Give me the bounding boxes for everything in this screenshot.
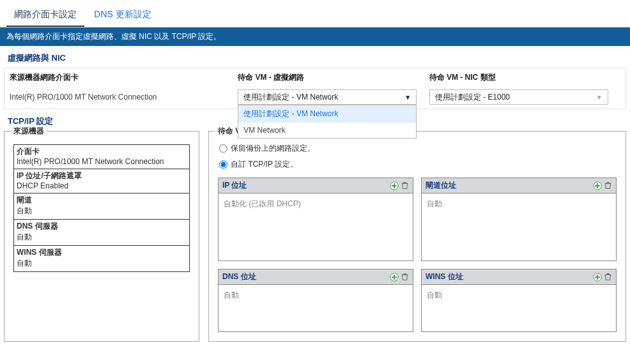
info-row-dns: DNS 伺服器 自動 bbox=[14, 220, 189, 246]
legend-source: 來源機器 bbox=[11, 126, 47, 137]
tab-dns-update[interactable]: DNS 更新設定 bbox=[86, 5, 158, 26]
add-icon[interactable] bbox=[390, 181, 399, 190]
box-title-ip: IP 位址 bbox=[222, 180, 247, 191]
box-title-wins: WINS 位址 bbox=[426, 271, 463, 282]
fieldset-standby-vm: 待命 VM 保留備份上的網路設定。 自訂 TCP/IP 設定。 IP 位址 自動… bbox=[208, 131, 626, 342]
tabs-bar: 網路介面卡設定 DNS 更新設定 bbox=[0, 0, 630, 27]
dropdown-selected-vnet: 使用計劃設定 - VM Network bbox=[243, 92, 338, 103]
cell-standby-nic-type: 使用計劃設定 - E1000 ▼ bbox=[429, 89, 620, 105]
radio-keep-backup-row: 保留備份上的網路設定。 bbox=[218, 140, 617, 156]
value-dns: 自動 bbox=[17, 232, 187, 243]
chevron-down-icon: ▼ bbox=[596, 94, 603, 101]
trash-icon[interactable] bbox=[401, 181, 409, 190]
cell-standby-vnet: 使用計劃設定 - VM Network ▼ 使用計劃設定 - VM Networ… bbox=[238, 89, 429, 105]
info-banner: 為每個網路介面卡指定虛擬網路、虛擬 NIC 以及 TCP/IP 設定。 bbox=[0, 27, 630, 46]
dropdown-input-vnet[interactable]: 使用計劃設定 - VM Network ▼ bbox=[238, 89, 417, 105]
svg-rect-11 bbox=[595, 277, 600, 278]
value-gateway: 自動 bbox=[17, 206, 187, 216]
box-title-gateway: 閘道位址 bbox=[426, 180, 456, 191]
label-gateway: 閘道 bbox=[17, 195, 187, 206]
dropdown-option[interactable]: 使用計劃設定 - VM Network bbox=[238, 105, 416, 123]
dropdown-option[interactable]: VM Network bbox=[238, 123, 416, 138]
dropdown-standby-vnet[interactable]: 使用計劃設定 - VM Network ▼ 使用計劃設定 - VM Networ… bbox=[238, 89, 417, 105]
label-ip: IP 位址/子網路遮罩 bbox=[17, 171, 187, 181]
label-nic: 介面卡 bbox=[17, 146, 187, 157]
box-wins: WINS 位址 自動 bbox=[421, 269, 617, 332]
vnet-table: 來源機器網路介面卡 待命 VM - 虛擬網路 待命 VM - NIC 類型 In… bbox=[4, 68, 626, 109]
box-ip-address: IP 位址 自動化 (已啟用 DHCP) bbox=[218, 178, 413, 261]
svg-rect-8 bbox=[392, 277, 397, 278]
box-gateway: 閘道位址 自動 bbox=[421, 178, 617, 261]
box-dns: DNS 位址 自動 bbox=[218, 269, 413, 332]
header-standby-vnet: 待命 VM - 虛擬網路 bbox=[238, 72, 429, 83]
radio-custom-tcpip-label: 自訂 TCP/IP 設定。 bbox=[231, 159, 298, 170]
tab-nic-settings[interactable]: 網路介面卡設定 bbox=[6, 5, 84, 27]
tcpip-container: 來源機器 介面卡 Intel(R) PRO/1000 MT Network Co… bbox=[0, 131, 630, 342]
add-icon[interactable] bbox=[593, 273, 602, 282]
info-row-ip: IP 位址/子網路遮罩 DHCP Enabled bbox=[14, 169, 189, 193]
box-body-ip: 自動化 (已啟用 DHCP) bbox=[219, 193, 413, 261]
add-icon[interactable] bbox=[593, 181, 602, 190]
box-body-wins: 自動 bbox=[422, 285, 616, 331]
info-row-gateway: 閘道 自動 bbox=[14, 193, 189, 220]
cell-source-nic: Intel(R) PRO/1000 MT Network Connection bbox=[10, 93, 238, 102]
vnet-header-row: 來源機器網路介面卡 待命 VM - 虛擬網路 待命 VM - NIC 類型 bbox=[4, 68, 626, 86]
header-source-nic: 來源機器網路介面卡 bbox=[10, 72, 238, 83]
svg-rect-2 bbox=[392, 185, 397, 186]
svg-rect-5 bbox=[595, 185, 600, 186]
value-ip: DHCP Enabled bbox=[17, 181, 187, 190]
source-info-table: 介面卡 Intel(R) PRO/1000 MT Network Connect… bbox=[13, 144, 190, 272]
dropdown-standby-nic-type[interactable]: 使用計劃設定 - E1000 ▼ bbox=[429, 89, 608, 105]
dropdown-selected-nic-type: 使用計劃設定 - E1000 bbox=[435, 92, 510, 103]
chevron-down-icon: ▼ bbox=[404, 94, 411, 101]
vnet-data-row: Intel(R) PRO/1000 MT Network Connection … bbox=[4, 86, 626, 109]
box-title-dns: DNS 位址 bbox=[222, 271, 256, 282]
trash-icon[interactable] bbox=[604, 181, 612, 190]
label-wins: WINS 伺服器 bbox=[17, 247, 187, 258]
fieldset-source-machine: 來源機器 介面卡 Intel(R) PRO/1000 MT Network Co… bbox=[4, 131, 199, 342]
value-wins: 自動 bbox=[17, 258, 187, 269]
box-body-dns: 自動 bbox=[219, 285, 413, 331]
value-nic: Intel(R) PRO/1000 MT Network Connection bbox=[17, 157, 187, 166]
info-row-nic: 介面卡 Intel(R) PRO/1000 MT Network Connect… bbox=[14, 145, 189, 169]
label-dns: DNS 伺服器 bbox=[17, 221, 187, 232]
section-title-vnet: 虛擬網路與 NIC bbox=[0, 46, 630, 68]
add-icon[interactable] bbox=[390, 273, 399, 282]
radio-custom-tcpip[interactable] bbox=[219, 160, 227, 169]
dropdown-menu-vnet: 使用計劃設定 - VM Network VM Network bbox=[238, 105, 417, 139]
trash-icon[interactable] bbox=[604, 273, 612, 281]
header-standby-nic-type: 待命 VM - NIC 類型 bbox=[429, 72, 620, 83]
radio-custom-tcpip-row: 自訂 TCP/IP 設定。 bbox=[218, 156, 617, 172]
trash-icon[interactable] bbox=[401, 273, 409, 281]
info-row-wins: WINS 伺服器 自動 bbox=[14, 246, 189, 271]
ip-boxes-grid: IP 位址 自動化 (已啟用 DHCP) 閘道位址 自動 bbox=[218, 178, 617, 332]
box-body-gateway: 自動 bbox=[422, 193, 616, 261]
radio-keep-backup[interactable] bbox=[219, 144, 227, 153]
radio-keep-backup-label: 保留備份上的網路設定。 bbox=[231, 143, 315, 154]
dropdown-input-nic-type[interactable]: 使用計劃設定 - E1000 ▼ bbox=[429, 89, 608, 105]
